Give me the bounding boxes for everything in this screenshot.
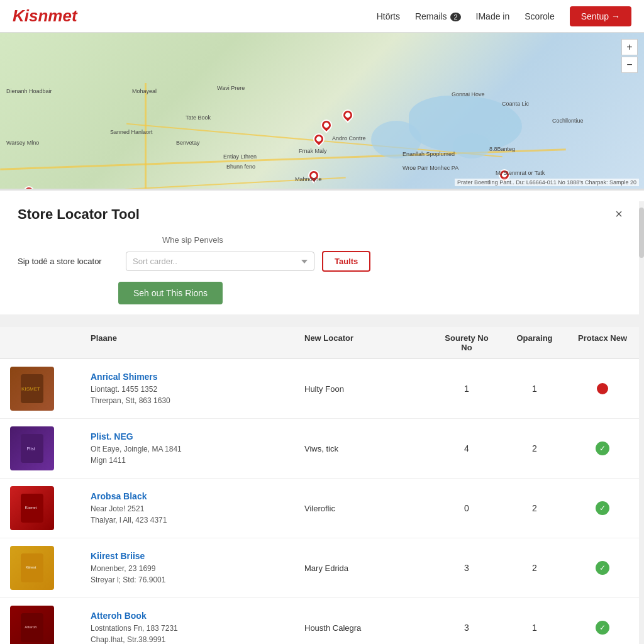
table-row: Atteroh Atteroh Book Lostntations Fn, 18… (0, 598, 644, 644)
product-image-5: Atteroh (10, 606, 54, 644)
panel-subtitle: Whe sip Penvels (162, 235, 626, 245)
sourety-3: 0 (435, 503, 498, 513)
product-info-1: Anrical Shimers Liontagt. 1455 1352 Thre… (91, 372, 299, 406)
product-table: Plaane New Locator Sourety NoNo Oparaing… (0, 327, 644, 644)
results-button[interactable]: Taults (322, 251, 370, 272)
map-pin-2[interactable] (311, 131, 326, 147)
sourety-2: 4 (435, 443, 498, 453)
product-info-2: Plist. NEG Oit Eaye, Joingle, MA 1841 Mi… (91, 431, 299, 466)
svg-text:Plist: Plist (26, 447, 35, 451)
status-indicator-4: ✓ (596, 561, 609, 575)
map-label: Wroe Parr Monhec PA (402, 165, 458, 171)
locator-2: Viws, tick (304, 444, 430, 453)
product-image-2: Plist (10, 426, 54, 470)
product-address-1: Liontagt. 1455 1352 Threrpan, Stt, 863 1… (91, 384, 299, 406)
svg-text:Kismet: Kismet (25, 506, 37, 509)
panel-controls: Sip todê a store locator Sort carder.. T… (18, 251, 626, 272)
nav-imade[interactable]: IMade in (476, 11, 510, 21)
map-label: Warsey Mlno (6, 140, 39, 146)
panel-header: Store Locator Tool × (18, 206, 626, 223)
map-label: Mahnoqne (295, 176, 322, 182)
sourety-4: 3 (435, 563, 498, 573)
locator-1: Hulty Foon (304, 384, 430, 394)
col-image (10, 333, 86, 352)
oparaing-2: 2 (503, 443, 566, 453)
status-indicator-1 (597, 383, 608, 394)
header: Kisnmet Htörts Remails 2 IMade in Scorol… (0, 0, 644, 33)
status-4: ✓ (571, 561, 634, 575)
sourety-5: 3 (435, 623, 498, 633)
status-1 (571, 383, 634, 394)
scrollbar-track[interactable] (639, 201, 644, 644)
store-locator-panel: Store Locator Tool × Whe sip Penvels Sip… (0, 189, 644, 314)
zoom-in-button[interactable]: + (621, 39, 638, 55)
product-name-3[interactable]: Arobsa Black (91, 491, 299, 501)
col-oparaing: Oparaing (503, 333, 566, 352)
product-name-4[interactable]: Kiirest Briise (91, 551, 299, 561)
product-info-4: Kiirest Briise Monenber, 23 1699 Streyar… (91, 551, 299, 586)
map-background: Dienanh Hoadbair Mohayeal Wavi Prere Tat… (0, 33, 644, 189)
signup-button[interactable]: Sentup → (570, 6, 631, 26)
col-protacx: Protacx New (571, 333, 634, 352)
map-label: Tate Book (186, 114, 211, 121)
map-controls: + − (621, 39, 638, 73)
locator-4: Mary Edrida (304, 564, 430, 573)
sort-select[interactable]: Sort carder.. (126, 252, 314, 271)
nav-htorts[interactable]: Htörts (377, 11, 400, 21)
map-label: Mt Stenmrat or Tatk (496, 170, 545, 176)
nav-remails[interactable]: Remails 2 (415, 11, 461, 21)
sourety-1: 1 (435, 384, 498, 394)
logo[interactable]: Kisnmet (13, 6, 77, 26)
status-5: ✓ (571, 621, 634, 635)
table-row: KISMET Anrical Shimers Liontagt. 1455 13… (0, 359, 644, 419)
map-label: Cochllontiue (552, 118, 584, 124)
map-label: Gonnai Hove (452, 91, 485, 97)
action-button[interactable]: Seh out This Rions (118, 282, 223, 304)
col-plaane: Plaane (91, 333, 299, 352)
zoom-out-button[interactable]: − (621, 57, 638, 73)
map-label: Entiay Lthren (223, 153, 257, 160)
svg-text:Kiirest: Kiirest (26, 565, 36, 569)
map-label: Frnak Maly (299, 148, 327, 154)
oparaing-4: 2 (503, 563, 566, 573)
product-address-4: Monenber, 23 1699 Streyar l; Std: 76.900… (91, 563, 299, 586)
product-name-1[interactable]: Anrical Shimers (91, 372, 299, 382)
oparaing-5: 1 (503, 623, 566, 633)
col-sourety: Sourety NoNo (435, 333, 498, 352)
status-2: ✓ (571, 441, 634, 455)
product-name-5[interactable]: Atteroh Book (91, 611, 299, 621)
status-indicator-3: ✓ (596, 501, 609, 515)
product-address-3: Near Jote! 2521 Thalyar, l All, 423 4371 (91, 503, 299, 526)
svg-text:KISMET: KISMET (21, 386, 40, 392)
table-row: Kiirest Kiirest Briise Monenber, 23 1699… (0, 538, 644, 598)
scrollbar-thumb[interactable] (639, 208, 644, 258)
product-info-5: Atteroh Book Lostntations Fn, 183 7231 C… (91, 611, 299, 645)
map-label: 8.8Banteg (489, 146, 515, 152)
product-address-2: Oit Eaye, Joingle, MA 1841 Mign 1411 (91, 443, 299, 466)
close-button[interactable]: × (611, 206, 626, 223)
product-address-5: Lostntations Fn, 183 7231 Chap.lhat, Str… (91, 623, 299, 645)
status-indicator-2: ✓ (596, 441, 609, 455)
map-label: Coanta Lic (502, 101, 529, 107)
map-container[interactable]: Dienanh Hoadbair Mohayeal Wavi Prere Tat… (0, 33, 644, 189)
map-label: Dienanh Hoadbair (6, 88, 52, 94)
product-info-3: Arobsa Black Near Jote! 2521 Thalyar, l … (91, 491, 299, 526)
panel-title: Store Locator Tool (18, 206, 140, 223)
table-header: Plaane New Locator Sourety NoNo Oparaing… (0, 327, 644, 359)
map-label: Mohayeal (132, 88, 157, 94)
product-name-2[interactable]: Plist. NEG (91, 431, 299, 441)
map-attribution: Prater Boentling Pant.. Du: L66664-011 N… (455, 179, 639, 186)
map-label: Bhunn feno (226, 164, 255, 170)
product-image-4: Kiirest (10, 546, 54, 590)
map-pin-1[interactable] (318, 117, 334, 133)
table-row: Kismet Arobsa Black Near Jote! 2521 Thal… (0, 479, 644, 538)
map-label: Sanned Hanlaort (110, 129, 153, 135)
map-label: Enanllah Spoplumed (402, 151, 455, 157)
nav-scorole[interactable]: Scorole (525, 11, 554, 21)
remails-badge: 2 (450, 13, 460, 21)
map-label: Benvetay (176, 140, 200, 146)
map-pin-3[interactable] (340, 107, 355, 123)
locator-5: Housth Calegra (304, 623, 430, 633)
map-pin-7[interactable] (21, 184, 36, 189)
product-image-3: Kismet (10, 486, 54, 530)
